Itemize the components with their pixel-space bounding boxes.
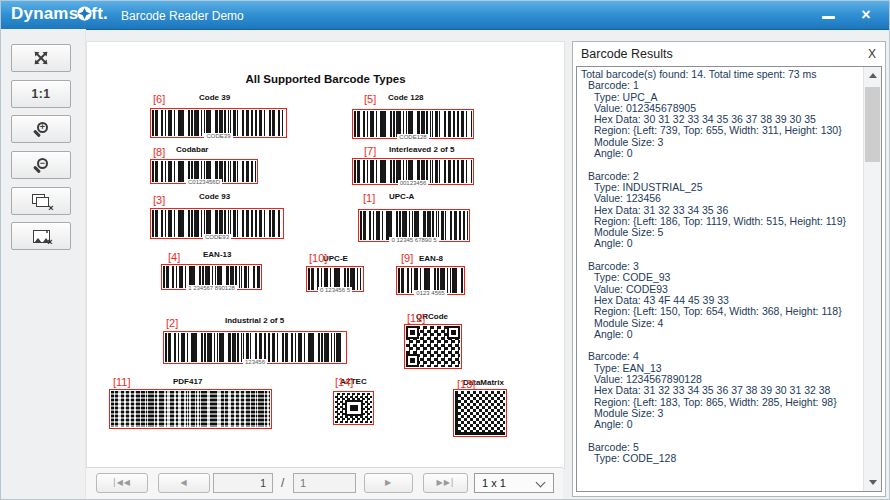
first-page-button[interactable]: |◀◀ <box>96 473 148 493</box>
barcode-index-label: [5] <box>364 94 376 105</box>
results-close-button[interactable]: X <box>868 47 876 61</box>
barcode-value-text: 0123 4565 <box>397 290 464 296</box>
result-line: Angle: 0 <box>580 238 867 249</box>
prev-page-button[interactable]: ◀ <box>158 473 210 493</box>
clear-images-icon <box>32 194 51 209</box>
barcode-value-text: 0 12345 67890 5 <box>359 237 469 243</box>
zoom-out-icon: − <box>33 158 49 173</box>
left-toolbar: 1:1 + − <box>1 29 86 499</box>
barcode-type-label: Code 93 <box>199 193 230 201</box>
barcode-value-text: 1 234567 890128 <box>162 285 261 291</box>
barcode-graphic <box>152 210 282 237</box>
result-line: Type: CODE_93 <box>580 272 867 283</box>
results-text: Total barcode(s) found: 14. Total time s… <box>580 69 867 464</box>
window-controls: × <box>817 1 877 29</box>
minimize-icon <box>822 16 835 19</box>
barcode-type-label: Interleaved 2 of 5 <box>389 146 454 154</box>
barcode-datamatrix <box>453 389 507 437</box>
scroll-down-button[interactable] <box>864 475 881 490</box>
barcode-industrial-2-of-5: 123456 <box>163 331 347 364</box>
barcode-index-label: [13] <box>457 379 475 390</box>
result-line: Region: {Left: 150, Top: 654, Width: 368… <box>580 306 867 317</box>
zoom-in-button[interactable]: + <box>11 115 71 143</box>
scroll-up-icon <box>869 73 877 78</box>
remove-image-button[interactable] <box>11 222 71 250</box>
barcode-type-label: Industrial 2 of 5 <box>225 317 284 325</box>
page-separator: / <box>281 473 284 493</box>
barcode-value-text: 0 123456 5 <box>307 287 363 293</box>
logo-text-pre: Dynams <box>11 4 78 23</box>
barcode-upc-e: 0 123456 5 <box>306 266 364 292</box>
barcode-index-label: [2] <box>166 318 178 329</box>
results-panel: Barcode Results X Total barcode(s) found… <box>572 41 886 497</box>
barcode-index-label: [11] <box>113 377 131 388</box>
barcode-qrcode <box>404 324 462 369</box>
result-line: Hex Data: 31 32 33 34 35 36 37 38 39 30 … <box>580 385 867 396</box>
barcode-value-text: C0123456D <box>151 179 257 185</box>
results-title: Barcode Results <box>581 47 673 61</box>
barcode-upc-a: 0 12345 67890 5 <box>358 209 470 242</box>
actual-size-button[interactable]: 1:1 <box>11 80 71 108</box>
clear-all-images-button[interactable] <box>11 187 71 215</box>
scrollbar-thumb[interactable] <box>865 87 880 162</box>
qr-finder-pattern <box>406 354 419 367</box>
barcode-index-label: [14] <box>335 377 353 388</box>
barcode-index-label: [8] <box>153 147 165 158</box>
result-line: Value: 123456 <box>580 193 867 204</box>
remove-image-icon <box>33 230 50 243</box>
barcode-index-label: [10] <box>309 253 327 264</box>
barcode-index-label: [12] <box>407 313 425 324</box>
barcode-graphic <box>165 333 345 362</box>
barcode-value-text: 123456 <box>164 359 346 365</box>
qr-finder-pattern <box>406 326 419 339</box>
result-line: Angle: 0 <box>580 419 867 430</box>
aztec-bullseye <box>345 400 363 416</box>
chevron-down-icon <box>536 478 546 488</box>
barcode-value-text: CODE93 <box>151 234 283 240</box>
barcode-index-label: [6] <box>153 94 165 105</box>
barcode-type-label: Codabar <box>176 146 208 154</box>
current-page-input[interactable]: 1 <box>213 473 273 493</box>
barcode-index-label: [7] <box>364 146 376 157</box>
zoom-out-button[interactable]: − <box>11 151 71 179</box>
fit-to-window-button[interactable] <box>11 44 71 72</box>
barcode-index-label: [4] <box>168 252 180 263</box>
logo-text-post: ft. <box>91 4 108 23</box>
result-line: Barcode: 1 <box>580 80 867 91</box>
barcode-type-label: PDF417 <box>173 378 202 386</box>
titlebar[interactable]: Dynamsft. Barcode Reader Demo × <box>1 1 889 30</box>
close-icon: × <box>861 7 870 23</box>
barcode-graphic <box>406 326 460 367</box>
app-window: Dynamsft. Barcode Reader Demo × 1:1 + − … <box>0 0 890 500</box>
barcode-graphic <box>360 211 468 240</box>
barcode-type-label: EAN-8 <box>419 255 443 263</box>
close-button[interactable]: × <box>855 5 877 25</box>
barcode-value-text: CODE128 <box>353 134 473 140</box>
page-layout-select[interactable]: 1 x 1 <box>474 473 554 493</box>
last-page-button[interactable]: ▶▶| <box>423 473 468 493</box>
total-pages-field[interactable]: 1 <box>293 473 356 493</box>
dynamsoft-logo: Dynamsft. <box>11 4 108 24</box>
barcode-value-text: CODE39 <box>151 133 286 139</box>
one-to-one-icon: 1:1 <box>32 87 51 101</box>
scroll-down-icon <box>869 480 877 485</box>
minimize-button[interactable] <box>817 5 839 25</box>
blank-line <box>580 159 867 170</box>
barcode-pdf417 <box>109 389 272 429</box>
page-layout-value: 1 x 1 <box>482 477 506 489</box>
result-line: Angle: 0 <box>580 329 867 340</box>
barcode-layer: [6]Code 39CODE39[5]Code 128CODE128[8]Cod… <box>87 42 564 468</box>
barcode-type-label: Code 128 <box>388 94 424 102</box>
scroll-up-button[interactable] <box>864 68 881 83</box>
results-text-area[interactable]: Total barcode(s) found: 14. Total time s… <box>576 66 882 492</box>
barcode-type-label: UPC-A <box>389 193 414 201</box>
barcode-value-text: 00123456 <box>353 180 473 186</box>
barcode-code39: CODE39 <box>150 108 287 138</box>
next-page-button[interactable]: ▶ <box>364 473 413 493</box>
image-canvas[interactable]: All Supported Barcode Types [6]Code 39CO… <box>86 41 565 469</box>
barcode-code128: CODE128 <box>352 109 474 139</box>
barcode-ean-13: 1 234567 890128 <box>161 264 262 290</box>
barcode-index-label: [9] <box>401 253 413 264</box>
zoom-in-icon: + <box>33 122 49 137</box>
results-scrollbar[interactable] <box>863 67 881 491</box>
